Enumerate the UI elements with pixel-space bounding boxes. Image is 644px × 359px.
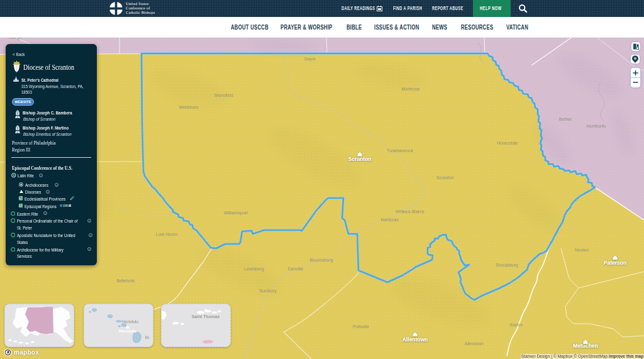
svg-text:Tunkhannock: Tunkhannock bbox=[387, 148, 413, 153]
svg-text:Stroudsburg: Stroudsburg bbox=[496, 263, 518, 268]
svg-text:Saint Thomas: Saint Thomas bbox=[192, 314, 220, 319]
svg-text:Sunbury: Sunbury bbox=[259, 288, 277, 294]
svg-text:Williamsport: Williamsport bbox=[224, 211, 248, 216]
svg-text:Scranton: Scranton bbox=[348, 156, 372, 162]
svg-text:Honesdale: Honesdale bbox=[497, 141, 518, 145]
svg-text:Bloomsburg: Bloomsburg bbox=[309, 258, 333, 263]
svg-text:Mansfield: Mansfield bbox=[214, 93, 233, 97]
svg-text:Newton: Newton bbox=[575, 248, 589, 252]
svg-text:Paterson: Paterson bbox=[604, 260, 626, 266]
svg-text:Lewisburg: Lewisburg bbox=[244, 267, 264, 272]
svg-text:Bellefonte: Bellefonte bbox=[117, 279, 135, 283]
svg-text:Honolulu: Honolulu bbox=[119, 329, 136, 333]
svg-text:Scranton: Scranton bbox=[436, 175, 454, 180]
svg-text:Bethel: Bethel bbox=[559, 117, 572, 121]
svg-text:Ilo: Ilo bbox=[145, 335, 150, 340]
svg-text:Wellsboro: Wellsboro bbox=[179, 105, 199, 109]
svg-text:Sayre: Sayre bbox=[304, 57, 316, 62]
svg-text:Lock Haven: Lock Haven bbox=[156, 232, 178, 236]
svg-text:Allentown: Allentown bbox=[465, 341, 484, 346]
svg-text:Honolulu: Honolulu bbox=[122, 319, 138, 324]
svg-text:Pottsville: Pottsville bbox=[353, 324, 369, 329]
svg-text:Monticello: Monticello bbox=[586, 124, 606, 128]
svg-text:Wilkes-Barre: Wilkes-Barre bbox=[396, 209, 425, 214]
svg-text:Montrose: Montrose bbox=[401, 87, 419, 91]
svg-text:Nanticoke: Nanticoke bbox=[381, 218, 399, 222]
svg-text:Danville: Danville bbox=[288, 267, 304, 271]
svg-text:Allentown: Allentown bbox=[402, 336, 428, 343]
svg-text:Easton: Easton bbox=[510, 323, 523, 327]
